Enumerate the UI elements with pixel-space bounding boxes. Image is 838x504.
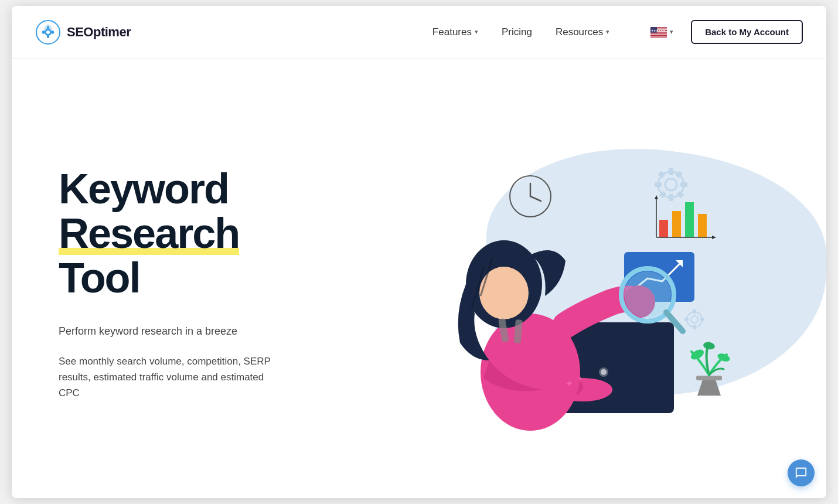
svg-rect-34 <box>677 191 684 199</box>
svg-rect-54 <box>685 202 694 237</box>
logo-text: SEOptimer <box>67 25 131 40</box>
svg-rect-28 <box>669 168 673 175</box>
back-to-account-button[interactable]: Back to My Account <box>691 20 803 44</box>
hero-title: Keyword Research Tool <box>59 167 352 300</box>
nav-right: ★★★★★★ ▾ Back to My Account <box>645 20 803 44</box>
nav-links: Features ▾ Pricing Resources ▾ <box>432 26 609 38</box>
svg-rect-45 <box>693 325 696 329</box>
language-selector[interactable]: ★★★★★★ ▾ <box>645 23 679 41</box>
page-wrapper: SEOptimer Features ▾ Pricing Resources ▾ <box>12 6 826 498</box>
logo-area[interactable]: SEOptimer <box>35 19 131 45</box>
hero-illustration: ✦ ✦ <box>352 94 791 475</box>
resources-chevron-icon: ▾ <box>606 28 609 36</box>
svg-text:✦: ✦ <box>566 379 573 389</box>
svg-rect-44 <box>693 309 696 314</box>
svg-rect-3 <box>47 26 49 29</box>
features-chevron-icon: ▾ <box>475 28 478 36</box>
chat-icon <box>795 466 808 479</box>
nav-pricing[interactable]: Pricing <box>502 26 532 38</box>
svg-rect-29 <box>669 194 673 201</box>
seoptimer-logo-icon <box>35 19 61 45</box>
svg-text:✦: ✦ <box>577 374 583 383</box>
hero-description: See monthly search volume, competition, … <box>59 353 281 401</box>
svg-rect-30 <box>680 182 687 187</box>
svg-text:★★★★★★: ★★★★★★ <box>651 29 666 32</box>
hero-illustration-svg: ✦ ✦ <box>401 138 741 431</box>
svg-marker-59 <box>655 195 658 199</box>
hero-content: Keyword Research Tool Perform keyword re… <box>59 167 352 401</box>
svg-point-43 <box>691 316 698 323</box>
svg-rect-31 <box>655 182 662 187</box>
nav-resources[interactable]: Resources ▾ <box>556 26 609 38</box>
svg-marker-58 <box>712 236 716 239</box>
svg-rect-35 <box>658 171 666 179</box>
navbar: SEOptimer Features ▾ Pricing Resources ▾ <box>12 6 826 59</box>
svg-rect-52 <box>659 220 668 237</box>
svg-rect-19 <box>650 33 667 34</box>
language-chevron-icon: ▾ <box>670 28 673 36</box>
svg-point-42 <box>687 312 702 327</box>
hero-subtitle: Perform keyword research in a breeze <box>59 323 352 339</box>
svg-rect-47 <box>684 318 689 321</box>
svg-rect-62 <box>696 376 722 380</box>
svg-rect-18 <box>650 32 667 33</box>
svg-point-70 <box>601 369 607 375</box>
svg-rect-46 <box>700 318 704 321</box>
svg-rect-22 <box>650 36 667 36</box>
svg-point-64 <box>703 341 716 350</box>
svg-point-2 <box>46 30 50 34</box>
chat-support-button[interactable] <box>788 459 815 486</box>
svg-rect-21 <box>650 35 667 35</box>
hero-section: Keyword Research Tool Perform keyword re… <box>12 59 826 498</box>
svg-rect-55 <box>698 214 707 237</box>
svg-line-50 <box>530 196 541 201</box>
nav-features[interactable]: Features ▾ <box>432 26 478 38</box>
svg-point-27 <box>665 179 677 190</box>
svg-rect-23 <box>650 36 667 37</box>
us-flag-icon: ★★★★★★ <box>650 27 667 38</box>
svg-rect-53 <box>672 211 681 237</box>
svg-rect-20 <box>650 34 667 35</box>
svg-rect-4 <box>47 35 49 38</box>
